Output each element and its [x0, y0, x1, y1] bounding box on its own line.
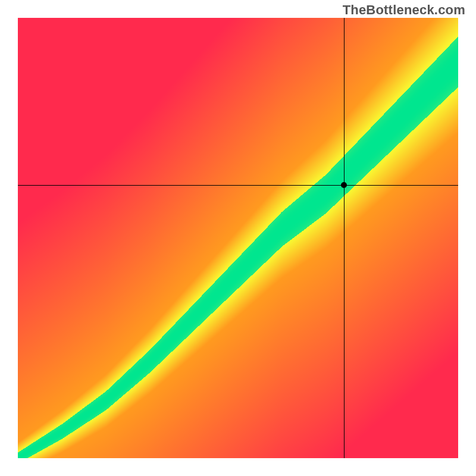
attribution-label: TheBottleneck.com [343, 2, 465, 18]
chart-container: TheBottleneck.com [0, 0, 476, 476]
heatmap-plot [18, 18, 458, 458]
heatmap-canvas [18, 18, 458, 458]
